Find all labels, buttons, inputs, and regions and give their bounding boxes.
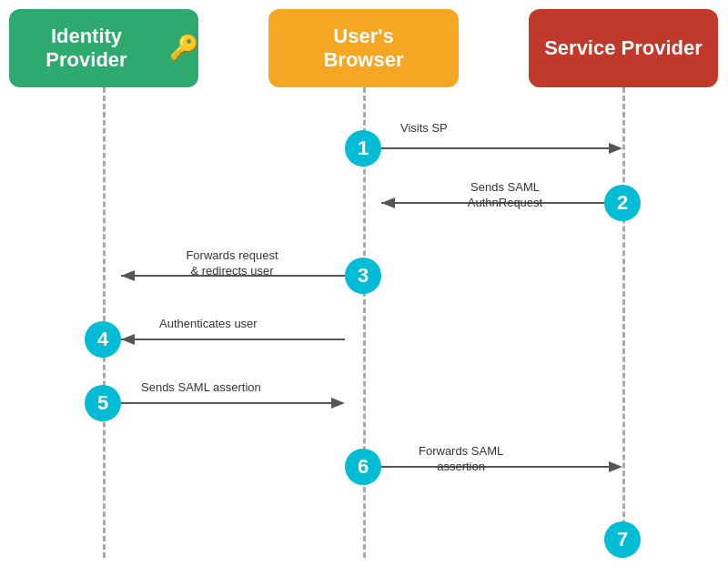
step-6-number: 6: [358, 455, 369, 479]
step-7-circle: 7: [604, 521, 641, 558]
step-5-label: Sends SAML assertion: [141, 380, 261, 396]
step-5-number: 5: [97, 391, 108, 415]
step-1-number: 1: [358, 136, 369, 160]
svg-marker-11: [609, 461, 622, 472]
idp-header-box: Identity Provider 🔑: [9, 9, 198, 87]
browser-header-box: User'sBrowser: [268, 9, 459, 87]
step-4-circle: 4: [85, 321, 121, 358]
browser-label: User'sBrowser: [323, 25, 403, 73]
diagram-container: Identity Provider 🔑 User'sBrowser Servic…: [0, 0, 728, 576]
step-3-circle: 3: [345, 258, 381, 294]
step-2-number: 2: [617, 191, 628, 215]
step-5-circle: 5: [85, 385, 121, 421]
step-1-arrow: [381, 139, 622, 157]
step-1-circle: 1: [345, 130, 381, 167]
idp-label: Identity Provider: [9, 25, 164, 73]
step-4-label: Authenticates user: [159, 317, 258, 332]
step-6-circle: 6: [345, 449, 381, 485]
step-2-circle: 2: [604, 185, 641, 221]
step-2-label: Sends SAMLAuthnRequest: [419, 180, 592, 211]
step-5-arrow: [121, 394, 345, 412]
step-3-number: 3: [358, 264, 369, 288]
step-4-arrow: [121, 330, 345, 349]
step-7-number: 7: [617, 528, 628, 551]
sp-header-box: Service Provider: [529, 9, 718, 87]
step-3-label: Forwards request& redirects user: [141, 248, 323, 279]
key-icon: 🔑: [169, 34, 198, 62]
svg-marker-9: [331, 398, 345, 409]
step-1-label: Visits SP: [400, 121, 448, 136]
step-4-number: 4: [97, 328, 108, 351]
step-6-label: Forwards SAMLassertion: [419, 444, 503, 475]
sp-vertical-line: [622, 87, 625, 558]
sp-label: Service Provider: [544, 36, 703, 60]
svg-marker-1: [609, 143, 622, 154]
